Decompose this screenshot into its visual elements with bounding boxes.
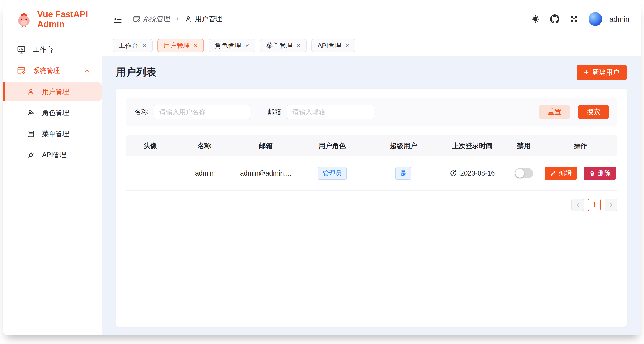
table-header-row: 头像 名称 邮箱 用户角色 超级用户 上次登录时间 禁用 操作: [126, 135, 617, 156]
name-cell: admin: [175, 169, 234, 177]
fullscreen-expand-icon: [569, 15, 578, 24]
top-header: 系统管理 / 用户管理: [102, 3, 641, 35]
sidebar-item-workbench[interactable]: 工作台: [3, 40, 102, 59]
pagination-page-1[interactable]: 1: [588, 198, 601, 211]
list-icon: [27, 130, 35, 138]
tab-roles[interactable]: 角色管理 ×: [208, 39, 255, 52]
username[interactable]: admin: [609, 15, 630, 24]
user-icon: [184, 15, 192, 23]
sidebar-item-api[interactable]: API管理: [3, 146, 102, 164]
sidebar-item-system[interactable]: 系统管理: [3, 61, 102, 80]
close-icon[interactable]: ×: [142, 42, 146, 49]
tab-label: 菜单管理: [266, 41, 292, 50]
pagination: 1: [126, 198, 617, 211]
close-icon[interactable]: ×: [296, 42, 300, 49]
users-table: 头像 名称 邮箱 用户角色 超级用户 上次登录时间 禁用 操作 admin: [126, 135, 617, 191]
tab-label: 用户管理: [164, 41, 190, 50]
tab-users[interactable]: 用户管理 ×: [158, 39, 204, 52]
main-area: 系统管理 / 用户管理: [102, 3, 641, 335]
theme-toggle-button[interactable]: [531, 15, 540, 24]
edit-button[interactable]: 编辑: [545, 167, 577, 180]
tab-menus[interactable]: 菜单管理 ×: [260, 39, 307, 52]
email-label: 邮箱: [268, 107, 281, 117]
sidebar-item-roles[interactable]: 角色管理: [3, 103, 102, 122]
sidebar: Vue FastAPI Admin 工作台: [3, 3, 102, 335]
toggle-knob: [515, 169, 524, 178]
page: Vue FastAPI Admin 工作台: [0, 0, 644, 344]
edit-button-label: 编辑: [559, 169, 572, 178]
column-superuser: 超级用户: [367, 141, 440, 151]
clock-icon: [450, 170, 457, 177]
superuser-tag: 是: [395, 167, 411, 180]
new-user-button[interactable]: + 新建用户: [576, 65, 627, 80]
tab-label: 角色管理: [215, 41, 241, 50]
users-card: 名称 邮箱 重置 搜索: [116, 89, 627, 327]
window-gear-icon: [133, 15, 140, 23]
user-icon: [27, 88, 35, 96]
breadcrumb: 系统管理 / 用户管理: [133, 15, 222, 24]
pencil-icon: [550, 170, 556, 176]
tab-label: API管理: [318, 41, 341, 50]
last-login-value: 2023-08-16: [460, 169, 495, 177]
role-cell: 管理员: [298, 167, 366, 180]
column-name: 名称: [175, 141, 234, 151]
email-cell: admin@admin....: [234, 169, 298, 177]
pagination-next-button[interactable]: [604, 198, 617, 211]
role-tag: 管理员: [318, 167, 346, 180]
close-icon[interactable]: ×: [345, 42, 349, 49]
fullscreen-button[interactable]: [569, 15, 578, 24]
close-icon[interactable]: ×: [245, 42, 249, 49]
github-icon: [550, 15, 559, 24]
plus-icon: +: [584, 68, 589, 76]
tab-api[interactable]: API管理 ×: [312, 39, 356, 52]
app-logo[interactable]: Vue FastAPI Admin: [3, 3, 102, 36]
delete-button-label: 删除: [598, 169, 610, 178]
sidebar-item-menus[interactable]: 菜单管理: [3, 124, 102, 143]
delete-button[interactable]: 删除: [584, 167, 616, 180]
tabs-bar: 工作台 × 用户管理 × 角色管理 × 菜单管理 × API管理 ×: [102, 35, 641, 56]
user-switch-icon: [27, 109, 35, 117]
name-input[interactable]: [154, 105, 250, 119]
app-window: Vue FastAPI Admin 工作台: [3, 3, 641, 335]
column-email: 邮箱: [234, 141, 298, 151]
table-row: admin admin@admin.... 管理员 是: [126, 156, 617, 191]
trash-icon: [589, 170, 595, 176]
reset-button[interactable]: 重置: [539, 105, 570, 119]
content-area: 用户列表 + 新建用户 名称 邮箱: [102, 56, 641, 335]
search-button[interactable]: 搜索: [578, 105, 608, 119]
filter-email-group: 邮箱: [268, 105, 374, 119]
chevron-right-icon: [608, 202, 614, 208]
close-icon[interactable]: ×: [194, 42, 198, 49]
github-button[interactable]: [550, 15, 559, 24]
monitor-icon: [17, 45, 26, 54]
sidebar-item-label: 系统管理: [33, 66, 60, 75]
column-role: 用户角色: [298, 141, 366, 151]
chevron-up-icon: [83, 68, 92, 74]
user-avatar[interactable]: [588, 12, 602, 26]
breadcrumb-separator: /: [176, 15, 178, 23]
breadcrumb-item-system[interactable]: 系统管理: [133, 15, 170, 24]
tab-workbench[interactable]: 工作台 ×: [112, 39, 152, 52]
new-user-button-label: 新建用户: [592, 68, 620, 77]
last-login-cell: 2023-08-16: [440, 169, 504, 177]
email-input[interactable]: [287, 105, 374, 119]
sidebar-item-users[interactable]: 用户管理: [3, 82, 102, 101]
sidebar-nav: 工作台 系统管理: [3, 36, 102, 167]
page-header: 用户列表 + 新建用户: [116, 64, 627, 81]
filter-bar: 名称 邮箱 重置 搜索: [126, 98, 617, 126]
sidebar-collapse-button[interactable]: [112, 14, 123, 24]
sidebar-item-label: 菜单管理: [42, 129, 69, 139]
name-label: 名称: [134, 107, 148, 117]
plug-icon: [27, 151, 35, 159]
pagination-prev-button[interactable]: [571, 198, 584, 211]
actions-cell: 编辑 删除: [544, 167, 617, 180]
chevron-left-icon: [575, 202, 580, 208]
menu-fold-icon: [112, 14, 123, 24]
disabled-toggle[interactable]: [515, 168, 533, 178]
breadcrumb-item-users[interactable]: 用户管理: [184, 15, 222, 24]
window-gear-icon: [17, 66, 26, 75]
breadcrumb-label: 系统管理: [143, 15, 170, 24]
column-avatar: 头像: [126, 141, 175, 151]
sidebar-item-label: 用户管理: [42, 87, 69, 96]
app-title: Vue FastAPI Admin: [37, 10, 102, 29]
